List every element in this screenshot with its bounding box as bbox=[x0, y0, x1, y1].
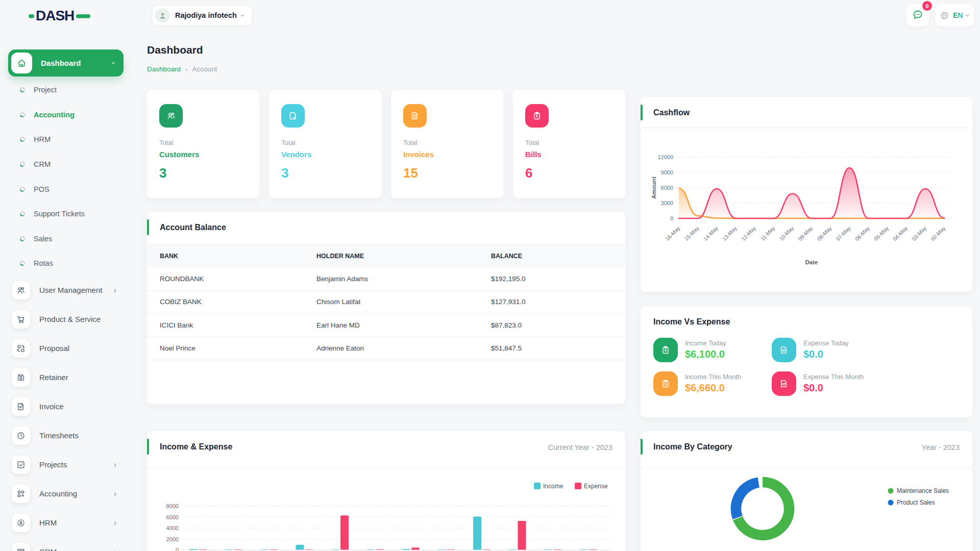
invoice-icon bbox=[12, 397, 30, 416]
sidebar-item-product-service[interactable]: Product & Service bbox=[0, 305, 131, 334]
sidebar-subitem-sales[interactable]: Sales bbox=[0, 227, 131, 252]
sidebar-item-projects[interactable]: Projects › bbox=[0, 450, 131, 479]
svg-text:14-May: 14-May bbox=[702, 224, 719, 242]
avatar bbox=[155, 8, 170, 23]
svg-text:9000: 9000 bbox=[661, 169, 673, 176]
income-vs-expense-panel: Income Vs Expense $ Income Today $6,100.… bbox=[641, 306, 972, 417]
check-square-icon bbox=[12, 456, 30, 474]
sidebar-subitem-project[interactable]: Project bbox=[0, 78, 131, 103]
panel-accent bbox=[147, 219, 149, 235]
breadcrumb-separator: › bbox=[185, 65, 188, 73]
users-group-icon bbox=[159, 104, 183, 128]
svg-text:8000: 8000 bbox=[166, 503, 179, 509]
cell-bank: ROUNDBANK bbox=[160, 275, 316, 283]
income-by-category-panel: Income By Category Year - 2023 Maintenan… bbox=[641, 431, 972, 551]
save-icon bbox=[12, 368, 30, 387]
cell-holder: Benjamin Adams bbox=[316, 275, 491, 283]
cell-bank: COBIZ BANK bbox=[160, 298, 316, 306]
sidebar-subitem-crm[interactable]: CRM bbox=[0, 152, 131, 177]
proposal-icon bbox=[12, 339, 30, 358]
svg-text:6000: 6000 bbox=[661, 185, 673, 191]
table-row: ICICI Bank Earl Hane MD $87,823.0 bbox=[147, 314, 625, 337]
panel-accent bbox=[641, 105, 643, 120]
home-icon bbox=[11, 53, 32, 73]
clock-icon bbox=[12, 427, 30, 445]
svg-text:Income: Income bbox=[543, 483, 564, 490]
cell-bank: Noel Prince bbox=[160, 344, 316, 352]
metric-value: $6,660.0 bbox=[685, 382, 741, 394]
panel-title: Account Balance bbox=[160, 223, 226, 232]
metric-label: Income Today bbox=[685, 338, 726, 347]
cell-balance: $192,195.0 bbox=[491, 275, 625, 283]
app-root: DASH Rajodiya infotech › 0 bbox=[0, 0, 980, 551]
metric-expense-today: Expense Today $0.0 bbox=[772, 338, 849, 362]
cell-holder: Adrienne Eaton bbox=[316, 344, 491, 352]
sidebar-subitem-hrm[interactable]: HRM bbox=[0, 127, 131, 152]
sidebar-subitem-pos[interactable]: POS bbox=[0, 177, 131, 202]
language-selector[interactable]: EN › bbox=[935, 4, 974, 27]
sidebar-subitem-rotas[interactable]: Rotas bbox=[0, 251, 131, 276]
svg-text:07-May: 07-May bbox=[835, 224, 852, 242]
summary-card-customers: Total Customers 3 bbox=[147, 90, 259, 198]
language-code: EN bbox=[953, 11, 963, 19]
svg-text:15-May: 15-May bbox=[683, 224, 700, 242]
svg-text:$: $ bbox=[665, 348, 667, 353]
breadcrumb-root[interactable]: Dashboard bbox=[147, 65, 181, 73]
globe-icon bbox=[940, 11, 949, 20]
sidebar-item-label: Projects bbox=[39, 460, 67, 469]
panel-title: Income Vs Expense bbox=[653, 317, 730, 327]
sidebar-item-retainer[interactable]: Retainer bbox=[0, 363, 131, 392]
column-header: BANK bbox=[160, 253, 316, 260]
panel-title: Cashflow bbox=[653, 108, 690, 117]
card-label: Bills bbox=[525, 150, 613, 159]
sidebar-item-user-management[interactable]: User Management › bbox=[0, 276, 131, 305]
file-dollar-icon bbox=[772, 371, 796, 396]
svg-text:Maintenance Sales: Maintenance Sales bbox=[897, 487, 949, 494]
cell-balance: $87,823.0 bbox=[491, 321, 625, 329]
svg-text:02-May: 02-May bbox=[929, 224, 947, 242]
cashflow-panel: Cashflow 12000 9000 6000 3000 0 16-May15… bbox=[641, 97, 972, 292]
sidebar-item-dashboard[interactable]: Dashboard › bbox=[8, 49, 124, 77]
sidebar-subitem-label: POS bbox=[34, 185, 50, 193]
bullet-icon bbox=[20, 87, 25, 92]
sidebar-item-label: HRM bbox=[39, 518, 57, 527]
table-header: BANKHOLDER NAMEBALANCE bbox=[147, 244, 625, 267]
sidebar-item-hrm[interactable]: HRM › bbox=[0, 508, 131, 537]
chat-icon bbox=[912, 9, 924, 22]
svg-text:0: 0 bbox=[176, 547, 179, 551]
sidebar-item-timesheets[interactable]: Timesheets bbox=[0, 421, 131, 450]
sidebar-subitem-support-tickets[interactable]: Support Tickets bbox=[0, 202, 131, 227]
svg-text:13-May: 13-May bbox=[721, 224, 739, 242]
cell-balance: $51,847.5 bbox=[491, 344, 625, 352]
metric-label: Expense This Month bbox=[803, 371, 864, 381]
sidebar-item-label: User Management bbox=[39, 286, 102, 294]
sidebar-mainnav: User Management › Product & Service Prop… bbox=[0, 276, 131, 551]
sidebar-subitem-label: Support Tickets bbox=[34, 210, 85, 218]
sidebar-subitem-label: HRM bbox=[34, 135, 51, 143]
sidebar-item-label: Accounting bbox=[39, 489, 77, 498]
sidebar-item-invoice[interactable]: Invoice bbox=[0, 392, 131, 421]
card-value: 3 bbox=[159, 165, 247, 181]
metric-expense-this-month: Expense This Month $0.0 bbox=[772, 371, 864, 396]
cell-balance: $127,931.0 bbox=[491, 298, 625, 306]
summary-cards: Total Customers 3 Total Vendors 3 Total … bbox=[147, 90, 625, 198]
account-balance-panel: Account Balance BANKHOLDER NAMEBALANCE R… bbox=[147, 212, 625, 404]
panel-accent bbox=[147, 439, 149, 455]
sidebar-item-crm[interactable]: CRM › bbox=[0, 537, 131, 551]
sidebar-item-proposal[interactable]: Proposal bbox=[0, 334, 131, 363]
svg-text:16-May: 16-May bbox=[664, 224, 681, 242]
messages-button[interactable]: 0 bbox=[906, 4, 929, 27]
workspace-selector[interactable]: Rajodiya infotech › bbox=[152, 5, 252, 26]
svg-text:6000: 6000 bbox=[166, 514, 179, 520]
panel-subtitle: Year - 2023 bbox=[922, 443, 960, 452]
sidebar-subitem-label: Accounting bbox=[34, 111, 75, 119]
summary-card-bills: $ Total Bills 6 bbox=[513, 90, 625, 198]
svg-text:Product Sales: Product Sales bbox=[897, 499, 935, 506]
metric-income-this-month: $ Income This Month $6,660.0 bbox=[653, 371, 741, 396]
sidebar-subitem-accounting[interactable]: Accounting bbox=[0, 103, 131, 128]
sidebar-item-accounting[interactable]: Accounting › bbox=[0, 479, 131, 508]
cart-icon bbox=[12, 310, 30, 329]
chevron-right-icon: › bbox=[114, 461, 116, 469]
chevron-down-icon: › bbox=[239, 14, 247, 17]
table-row: ROUNDBANK Benjamin Adams $192,195.0 bbox=[147, 267, 625, 291]
